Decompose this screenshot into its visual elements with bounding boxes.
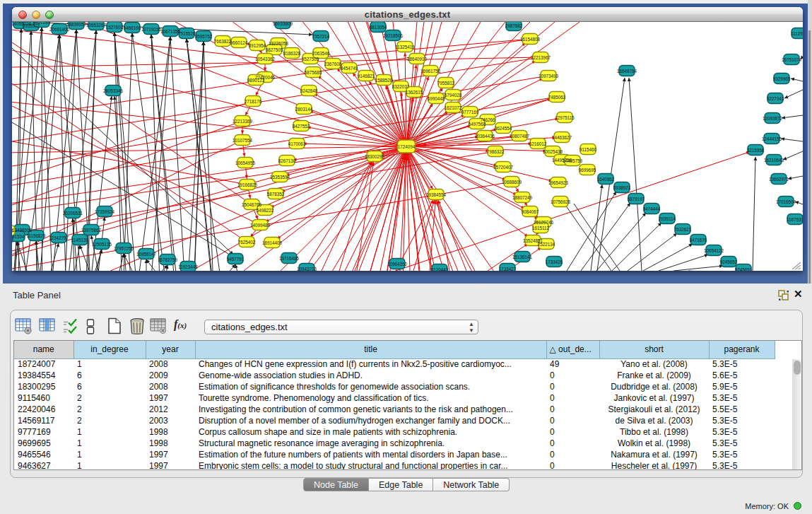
svg-text:10964350: 10964350 (387, 262, 408, 267)
svg-text:9227343: 9227343 (767, 96, 784, 101)
svg-text:10719155: 10719155 (141, 27, 162, 32)
svg-text:8322037: 8322037 (392, 84, 410, 89)
svg-text:10756928: 10756928 (551, 199, 571, 204)
svg-text:2522134: 2522134 (538, 242, 555, 247)
svg-text:5875685: 5875685 (305, 70, 322, 75)
svg-text:7632621: 7632621 (674, 227, 692, 232)
svg-text:5878352: 5878352 (267, 192, 285, 197)
svg-text:11923448: 11923448 (178, 264, 198, 269)
svg-text:10025438: 10025438 (543, 149, 563, 154)
svg-text:20691406: 20691406 (49, 27, 70, 32)
svg-text:9329965: 9329965 (773, 76, 791, 81)
svg-text:6794028: 6794028 (445, 93, 462, 98)
svg-text:7663822: 7663822 (214, 39, 232, 44)
svg-text:6466160: 6466160 (124, 25, 141, 30)
svg-text:10654955: 10654955 (235, 160, 256, 165)
svg-text:13436506: 13436506 (12, 228, 32, 233)
svg-text:4170061: 4170061 (288, 141, 306, 146)
svg-text:15751074: 15751074 (782, 57, 802, 62)
svg-text:9245651: 9245651 (735, 267, 753, 271)
svg-text:8813054: 8813054 (370, 25, 387, 30)
svg-text:16648784: 16648784 (617, 69, 637, 74)
svg-text:9115460: 9115460 (579, 147, 597, 152)
svg-text:8120443: 8120443 (431, 267, 449, 271)
svg-text:10653267: 10653267 (86, 23, 107, 28)
svg-text:1362615: 1362615 (406, 90, 423, 95)
svg-text:11156829: 11156829 (26, 233, 46, 238)
svg-text:20364436: 20364436 (475, 134, 495, 139)
svg-text:2987682: 2987682 (505, 23, 523, 28)
svg-text:18839057: 18839057 (66, 22, 87, 27)
svg-text:9242848: 9242848 (300, 88, 318, 93)
svg-text:9245652: 9245652 (720, 259, 738, 264)
svg-text:12093872: 12093872 (763, 116, 783, 121)
svg-text:16914409: 16914409 (262, 240, 283, 245)
svg-text:17359924: 17359924 (95, 209, 115, 214)
svg-text:14099489: 14099489 (250, 223, 271, 228)
svg-text:5498222: 5498222 (257, 208, 274, 213)
svg-text:14495759: 14495759 (563, 158, 583, 163)
svg-text:17016504: 17016504 (776, 199, 796, 204)
svg-text:13716485: 13716485 (279, 256, 300, 261)
svg-text:12505135: 12505135 (92, 242, 112, 247)
svg-text:1112973: 1112973 (791, 31, 803, 36)
svg-text:7515526: 7515526 (178, 31, 196, 36)
svg-text:1621072: 1621072 (445, 105, 462, 110)
svg-text:12975115: 12975115 (555, 115, 575, 120)
svg-text:15136141: 15136141 (512, 255, 533, 259)
svg-text:13226058: 13226058 (269, 41, 289, 46)
svg-text:10958147: 10958147 (136, 252, 157, 257)
svg-text:1145139: 1145139 (71, 238, 89, 243)
svg-text:15720407: 15720407 (493, 165, 514, 170)
svg-text:13975867: 13975867 (81, 228, 102, 233)
svg-text:16154808: 16154808 (520, 37, 541, 42)
svg-text:18640910: 18640910 (407, 57, 428, 62)
svg-text:7986322: 7986322 (487, 149, 505, 154)
svg-text:19654923: 19654923 (548, 180, 569, 185)
svg-text:18807249: 18807249 (512, 195, 533, 200)
svg-text:2367608: 2367608 (324, 62, 342, 66)
svg-text:16961758: 16961758 (420, 69, 441, 74)
svg-text:9407289: 9407289 (33, 22, 51, 25)
svg-text:28053346: 28053346 (103, 88, 124, 93)
svg-text:391534: 391534 (12, 234, 25, 239)
svg-text:9595752: 9595752 (195, 34, 213, 39)
svg-text:1527602: 1527602 (106, 25, 124, 30)
svg-text:9474444: 9474444 (643, 206, 661, 211)
svg-text:10807487: 10807487 (510, 134, 530, 139)
svg-text:9660124: 9660124 (230, 40, 248, 45)
svg-text:10654122: 10654122 (704, 248, 724, 253)
svg-text:19218506: 19218506 (383, 33, 404, 38)
svg-text:8912954: 8912954 (249, 43, 266, 48)
svg-text:3624554: 3624554 (495, 126, 512, 131)
svg-text:1733426: 1733426 (546, 259, 563, 264)
svg-text:17957255: 17957255 (114, 246, 134, 251)
svg-text:16033809: 16033809 (273, 22, 293, 26)
svg-text:7485063: 7485063 (548, 95, 566, 100)
svg-text:15046766: 15046766 (242, 202, 262, 207)
svg-text:15353594: 15353594 (270, 175, 290, 180)
svg-text:2803144: 2803144 (295, 107, 313, 112)
svg-text:6990448: 6990448 (428, 96, 445, 101)
svg-text:9890123: 9890123 (247, 78, 265, 83)
svg-text:2935114: 2935114 (659, 216, 676, 221)
svg-text:9457791: 9457791 (227, 257, 245, 262)
svg-text:7625402: 7625402 (238, 240, 256, 245)
svg-text:10543362: 10543362 (255, 57, 276, 62)
svg-text:10688609: 10688609 (502, 180, 522, 185)
svg-text:9146821: 9146821 (358, 74, 375, 78)
svg-text:10973493: 10973493 (539, 74, 559, 78)
svg-text:19384554: 19384554 (426, 192, 447, 197)
svg-text:2718176: 2718176 (245, 99, 262, 104)
svg-text:8267130: 8267130 (278, 158, 296, 163)
svg-text:12444155: 12444155 (762, 136, 782, 141)
svg-text:9527505: 9527505 (302, 57, 319, 62)
svg-text:12213369: 12213369 (233, 119, 253, 124)
svg-text:9777169: 9777169 (461, 110, 479, 115)
svg-text:16120746: 16120746 (534, 220, 554, 225)
svg-text:12342757: 12342757 (49, 235, 69, 240)
svg-text:20206531: 20206531 (63, 211, 83, 216)
svg-text:8454749: 8454749 (341, 66, 358, 71)
svg-text:9084067: 9084067 (522, 209, 539, 214)
svg-text:9827505: 9827505 (266, 47, 283, 52)
